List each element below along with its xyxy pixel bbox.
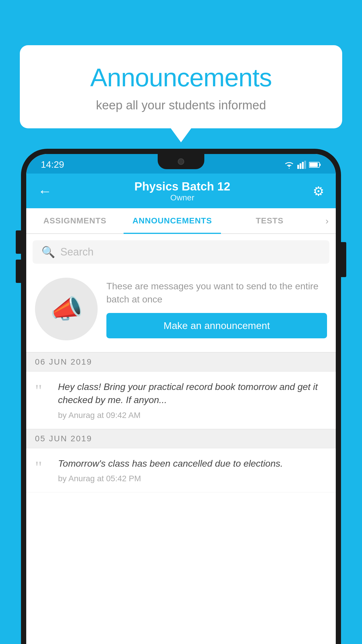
settings-button[interactable]: ⚙ <box>313 184 324 199</box>
announcement-text-1: Hey class! Bring your practical record b… <box>58 380 327 407</box>
announcement-meta-2: by Anurag at 05:42 PM <box>58 474 327 483</box>
phone-wrapper: 14:29 <box>21 149 341 644</box>
tab-announcements[interactable]: ANNOUNCEMENTS <box>124 208 221 233</box>
status-bar: 14:29 <box>26 154 336 174</box>
empty-state-right: These are messages you want to send to t… <box>106 280 327 338</box>
bubble-title: Announcements <box>34 63 328 92</box>
notch <box>158 154 204 169</box>
status-time: 14:29 <box>41 159 64 170</box>
camera <box>178 158 184 165</box>
volume-down-button[interactable] <box>16 260 21 283</box>
content-area: 🔍 Search 📣 These are messages you want t… <box>26 234 336 644</box>
date-separator-1: 06 JUN 2019 <box>26 352 336 372</box>
back-button[interactable]: ← <box>38 183 52 199</box>
tab-more-button[interactable]: › <box>318 208 336 233</box>
tabs-bar: ASSIGNMENTS ANNOUNCEMENTS TESTS › <box>26 208 336 234</box>
speech-bubble-container: Announcements keep all your students inf… <box>20 45 342 128</box>
svg-rect-1 <box>300 163 301 169</box>
quote-icon-2: " <box>35 459 51 476</box>
search-placeholder: Search <box>60 246 94 258</box>
empty-state: 📣 These are messages you want to send to… <box>26 269 336 352</box>
phone-screen: 14:29 <box>26 154 336 644</box>
svg-rect-3 <box>304 161 306 169</box>
svg-rect-2 <box>302 162 304 169</box>
make-announcement-button[interactable]: Make an announcement <box>106 313 327 338</box>
date-separator-2: 05 JUN 2019 <box>26 429 336 448</box>
announcement-meta-1: by Anurag at 09:42 AM <box>58 411 327 420</box>
announcement-text-2: Tomorrow's class has been cancelled due … <box>58 457 327 470</box>
announcement-item-2[interactable]: " Tomorrow's class has been cancelled du… <box>26 448 336 493</box>
power-button[interactable] <box>341 242 346 277</box>
quote-icon-1: " <box>35 382 51 399</box>
search-icon: 🔍 <box>41 246 55 258</box>
volume-up-button[interactable] <box>16 230 21 254</box>
empty-state-description: These are messages you want to send to t… <box>106 280 327 306</box>
svg-rect-5 <box>319 164 321 166</box>
announcement-body-1: Hey class! Bring your practical record b… <box>58 380 327 420</box>
battery-icon <box>309 161 321 168</box>
announcement-body-2: Tomorrow's class has been cancelled due … <box>58 457 327 484</box>
megaphone-icon: 📣 <box>50 294 83 324</box>
announcement-item-1[interactable]: " Hey class! Bring your practical record… <box>26 372 336 429</box>
tab-tests[interactable]: TESTS <box>221 208 318 233</box>
phone-outer: 14:29 <box>21 149 341 644</box>
svg-rect-6 <box>310 163 318 167</box>
speech-bubble: Announcements keep all your students inf… <box>20 45 342 128</box>
header-subtitle: Owner <box>134 193 230 202</box>
signal-icon <box>297 161 306 169</box>
status-icons <box>284 161 321 169</box>
tab-assignments[interactable]: ASSIGNMENTS <box>26 208 124 233</box>
search-bar[interactable]: 🔍 Search <box>33 240 329 264</box>
svg-rect-0 <box>297 165 299 169</box>
header-title: Physics Batch 12 <box>134 180 230 193</box>
bubble-subtitle: keep all your students informed <box>34 98 328 112</box>
wifi-icon <box>284 161 294 169</box>
header-center: Physics Batch 12 Owner <box>134 180 230 202</box>
app-header: ← Physics Batch 12 Owner ⚙ <box>26 174 336 208</box>
megaphone-circle: 📣 <box>35 278 98 340</box>
